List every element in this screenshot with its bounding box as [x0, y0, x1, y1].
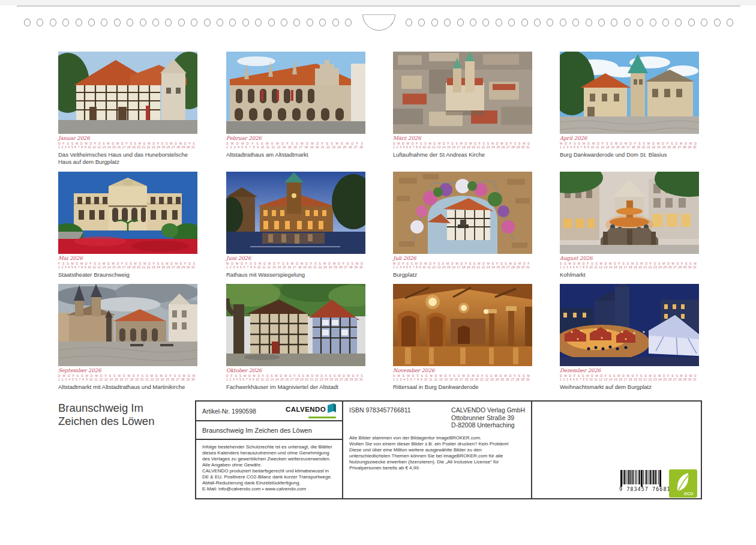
photo-oktober-fachwerk-magniviertel — [226, 284, 365, 366]
mini-calendar: Oktober 2026 DFSSMDMDFSSMDMDFSSMDMDFSSMD… — [226, 368, 363, 381]
isbn-number: ISBN 9783457766811 — [349, 406, 411, 429]
month-cell-mai: Mai 2026 FSSMDMDFSSMDMDFSSMDMDFSSMDMDFSS… — [58, 172, 197, 279]
month-cell-september: September 2026 DMDFSSMDMDFSSMDMDFSSMDMDF… — [58, 284, 197, 391]
photo-dezember-weihnachtsmarkt — [560, 284, 699, 366]
info-box-right-column: 9 783457 766811 eco — [532, 402, 701, 498]
photo-caption: Fachwerkhäuser im Magniviertel der Altst… — [226, 384, 365, 391]
mini-calendar-month-label: Mai 2026 — [58, 256, 195, 261]
mini-calendar-days: SMDMDFSSMDMDFSSMDMDFSSMDMDFS 12345678910… — [226, 142, 363, 149]
month-cell-august: August 2026 SSMDMDFSSMDMDFSSMDMDFSSMDMDF… — [560, 172, 699, 279]
mini-calendar-days: MDMDFSSMDMDFSSMDMDFSSMDMDFSSMD 123456789… — [226, 262, 363, 269]
mini-calendar-month-label: Februar 2026 — [226, 136, 363, 141]
mini-calendar: Juli 2026 MDFSSMDMDFSSMDMDFSSMDMDFSSMDMD… — [393, 256, 530, 269]
publisher-info-box: Artikel-Nr. 1990598 CALVENDO Braun — [195, 400, 702, 499]
eco-label-icon: eco — [669, 469, 697, 498]
page-top-edge — [17, 5, 740, 7]
mini-calendar-month-label: April 2026 — [560, 136, 697, 141]
month-cell-oktober: Oktober 2026 DFSSMDMDFSSMDMDFSSMDMDFSSMD… — [226, 284, 365, 391]
mini-calendar-month-label: Juni 2026 — [226, 256, 363, 261]
mini-calendar-days: DFSSMDMDFSSMDMDFSSMDMDFSSMDMDFS 12345678… — [58, 142, 195, 149]
day-numbers-row: 1234567891011121314151617181920212223242… — [226, 378, 363, 381]
photo-november-rittersaal — [393, 284, 532, 366]
calendar-title-row: Braunschweig Im Zeichen des Löwen — [196, 421, 342, 440]
mini-calendar-days: SMDMDFSSMDMDFSSMDMDFSSMDMDFSSM 123456789… — [393, 374, 530, 381]
photo-juli-burgplatz-bogen — [393, 172, 532, 254]
month-cell-maerz: März 2026 SMDMDFSSMDMDFSSMDMDFSSMDMDFSSM… — [393, 52, 532, 158]
photo-maerz-st-andreas-luftaufnahme — [393, 52, 532, 134]
photo-april-burg-dankwarderode — [560, 52, 699, 134]
calendar-back-page: Januar 2026 DFSSMDMDFSSMDMDFSSMDMDFSSMDM… — [0, 0, 756, 545]
day-numbers-row: 1234567891011121314151617181920212223242… — [58, 265, 195, 269]
mini-calendar: Januar 2026 DFSSMDMDFSSMDMDFSSMDMDFSSMDM… — [58, 136, 195, 149]
day-numbers-row: 1234567891011121314151617181920212223242… — [560, 145, 697, 149]
mini-calendar: Mai 2026 FSSMDMDFSSMDMDFSSMDMDFSSMDMDFSS… — [58, 256, 195, 269]
hanger-cutout — [362, 14, 395, 31]
day-numbers-row: 1234567891011121314151617181920212223242… — [226, 265, 363, 269]
mini-calendar-days: DMDFSSMDMDFSSMDMDFSSMDMDFSSMDM 123456789… — [58, 374, 195, 381]
month-cell-april: April 2026 MDFSSMDMDFSSMDMDFSSMDMDFSSMDM… — [560, 52, 699, 158]
day-numbers-row: 1234567891011121314151617181920212223242… — [58, 378, 195, 381]
mini-calendar-days: SSMDMDFSSMDMDFSSMDMDFSSMDMDFSSM 12345678… — [560, 262, 697, 269]
mini-calendar-month-label: März 2026 — [393, 136, 530, 141]
photo-juni-rathaus-spiegelung — [226, 172, 365, 254]
barcode-bars — [619, 470, 667, 486]
mini-calendar-month-label: Dezember 2026 — [560, 368, 697, 373]
month-cell-januar: Januar 2026 DFSSMDMDFSSMDMDFSSMDMDFSSMDM… — [58, 52, 197, 166]
mini-calendar-days: FSSMDMDFSSMDMDFSSMDMDFSSMDMDFSS 12345678… — [58, 262, 195, 269]
photo-caption: Das Veltheimsches Haus und das Huneborst… — [58, 151, 197, 165]
photo-caption: Rittersaal in Burg Dankwarderode — [393, 384, 532, 391]
eco-label-text: eco — [684, 490, 694, 496]
photo-caption: Altstadtmarkt mit Altstadtrathaus und Ma… — [58, 384, 197, 391]
info-box-middle-column: ISBN 9783457766811 CALVENDO Verlag GmbH … — [343, 402, 532, 498]
mini-calendar-days: DMDFSSMDMDFSSMDMDFSSMDMDFSSMDMD 12345678… — [560, 374, 697, 381]
photo-caption: Altstadtrathaus am Altstadtmarkt — [226, 151, 365, 158]
mini-calendar: September 2026 DMDFSSMDMDFSSMDMDFSSMDMDF… — [58, 368, 195, 381]
photo-caption: Kohlmarkt — [560, 271, 699, 279]
photo-caption: Luftaufnahme der St Andreas Kirche — [393, 151, 532, 158]
day-numbers-row: 1234567891011121314151617181920212223242… — [393, 265, 530, 269]
photo-caption: Burg Dankwarderode und Dom St. Blasius — [560, 151, 699, 158]
day-numbers-row: 1234567891011121314151617181920212223242… — [393, 378, 530, 381]
barcode-digits: 9 783457 766811 — [619, 486, 667, 492]
image-credit-text: Alle Bilder stammen von der Bildagentur … — [349, 435, 525, 471]
month-cell-dezember: Dezember 2026 DMDFSSMDMDFSSMDMDFSSMDMDFS… — [560, 284, 699, 391]
calvendo-logo: CALVENDO — [286, 403, 336, 418]
day-numbers-row: 1234567891011121314151617181920212223242… — [560, 378, 697, 381]
photo-caption: Rathaus mit Wasserspiegelung — [226, 271, 365, 279]
article-number-row: Artikel-Nr. 1990598 CALVENDO — [196, 402, 342, 421]
mini-calendar-days: MDFSSMDMDFSSMDMDFSSMDMDFSSMDMDF 12345678… — [393, 262, 530, 269]
photo-caption: Burgplatz — [393, 271, 532, 279]
mini-calendar: November 2026 SMDMDFSSMDMDFSSMDMDFSSMDMD… — [393, 368, 530, 381]
info-box-left-column: Artikel-Nr. 1990598 CALVENDO Braun — [196, 402, 343, 498]
mini-calendar-month-label: Oktober 2026 — [226, 368, 363, 373]
photo-mai-staatstheater — [58, 172, 197, 254]
calendar-title: Braunschweig Im Zeichen des Löwen — [58, 402, 154, 428]
photo-januar-burgplatz — [58, 52, 197, 134]
month-cell-juli: Juli 2026 MDFSSMDMDFSSMDMDFSSMDMDFSSMDMD… — [393, 172, 532, 279]
mini-calendar: April 2026 MDFSSMDMDFSSMDMDFSSMDMDFSSMDM… — [560, 136, 697, 149]
photo-september-altstadtmarkt — [58, 284, 197, 366]
month-cell-februar: Februar 2026 SMDMDFSSMDMDFSSMDMDFSSMDMDF… — [226, 52, 365, 158]
month-cell-november: November 2026 SMDMDFSSMDMDFSSMDMDFSSMDMD… — [393, 284, 532, 391]
mini-calendar: März 2026 SMDMDFSSMDMDFSSMDMDFSSMDMDFSSM… — [393, 136, 530, 149]
day-numbers-row: 1234567891011121314151617181920212223242… — [560, 265, 697, 269]
mini-calendar-month-label: Januar 2026 — [58, 136, 195, 141]
mini-calendar-month-label: November 2026 — [393, 368, 530, 373]
mini-calendar-month-label: Juli 2026 — [393, 256, 530, 261]
mini-calendar-days: DFSSMDMDFSSMDMDFSSMDMDFSSMDMDFS 12345678… — [226, 374, 363, 381]
legal-text: Infolge bestehender Schutzrechte ist es … — [196, 440, 342, 498]
photo-august-kohlmarkt-brunnen — [560, 172, 699, 254]
publisher-address: CALVENDO Verlag GmbH Ottobrunner Straße … — [451, 406, 525, 429]
ean-barcode: 9 783457 766811 — [619, 470, 667, 492]
month-cell-juni: Juni 2026 MDMDFSSMDMDFSSMDMDFSSMDMDFSSMD… — [226, 172, 365, 279]
photo-februar-altstadtrathaus — [226, 52, 365, 134]
mini-calendar-days: SMDMDFSSMDMDFSSMDMDFSSMDMDFSSMD 12345678… — [393, 142, 530, 149]
calvendo-wordmark: CALVENDO — [286, 406, 326, 413]
mini-calendar: August 2026 SSMDMDFSSMDMDFSSMDMDFSSMDMDF… — [560, 256, 697, 269]
photo-caption: Staatstheater Braunschweig — [58, 271, 197, 279]
calvendo-flag-icon — [328, 403, 336, 415]
mini-calendar: Dezember 2026 DMDFSSMDMDFSSMDMDFSSMDMDFS… — [560, 368, 697, 381]
day-numbers-row: 1234567891011121314151617181920212223242… — [393, 145, 530, 149]
day-numbers-row: 1234567891011121314151617181920212223242… — [226, 145, 363, 149]
calvendo-tagline — [308, 417, 336, 418]
